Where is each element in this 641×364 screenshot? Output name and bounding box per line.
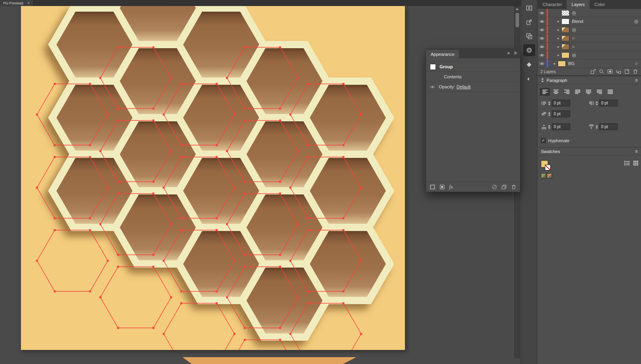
add-fill-icon[interactable]: [440, 184, 445, 190]
appearance-panel-icon[interactable]: ◆: [523, 58, 535, 70]
spin-down-icon[interactable]: [548, 115, 551, 116]
layer-row[interactable]: ▸BG○: [538, 59, 641, 68]
justify-last-center-button[interactable]: [583, 88, 593, 96]
spin-up-icon[interactable]: [548, 112, 551, 114]
target-circle-icon[interactable]: ○: [572, 44, 575, 49]
panel-overflow-icon[interactable]: »: [507, 50, 510, 56]
disclosure-triangle-icon[interactable]: ▸: [555, 45, 561, 49]
swatch-pattern[interactable]: [547, 173, 552, 178]
visibility-toggle-icon[interactable]: [538, 17, 546, 25]
spin-down-icon[interactable]: [596, 104, 598, 105]
scrollbar-thumb[interactable]: [516, 13, 519, 27]
layer-row[interactable]: ▸○: [538, 43, 641, 51]
spin-up-icon[interactable]: [548, 125, 551, 127]
spin-up-icon[interactable]: [596, 101, 598, 103]
layer-name[interactable]: ◎: [572, 10, 639, 16]
dock-tab-character[interactable]: Character: [538, 0, 567, 9]
swatch-list-view-icon[interactable]: [624, 161, 630, 166]
disclosure-triangle-icon[interactable]: ▸: [555, 28, 561, 32]
layer-row[interactable]: ▸○: [538, 34, 641, 43]
target-circle-icon[interactable]: ◎: [633, 18, 639, 24]
spin-down-icon[interactable]: [548, 104, 551, 105]
layer-thumbnail[interactable]: [558, 61, 566, 67]
visibility-toggle-icon[interactable]: [538, 43, 546, 51]
layer-thumbnail[interactable]: [561, 52, 569, 58]
hyphenate-checkbox[interactable]: ✓: [541, 138, 546, 143]
visibility-toggle-icon[interactable]: [538, 51, 546, 59]
target-circle-icon[interactable]: ◎: [572, 27, 576, 33]
align-right-button[interactable]: [562, 88, 571, 96]
clear-appearance-icon[interactable]: [492, 184, 497, 190]
duplicate-item-icon[interactable]: [501, 184, 507, 190]
spin-up-icon[interactable]: [548, 101, 551, 103]
right-indent-input[interactable]: [599, 100, 618, 106]
justify-last-right-button[interactable]: [594, 88, 604, 96]
swatches-panel-header[interactable]: Swatches ≡: [538, 147, 641, 155]
layer-name[interactable]: ○: [572, 35, 639, 41]
space-after-input[interactable]: [599, 123, 618, 130]
appearance-tab[interactable]: Appearance: [426, 50, 459, 58]
left-indent-input[interactable]: [552, 100, 570, 106]
add-stroke-icon[interactable]: [430, 184, 435, 190]
visibility-toggle-icon[interactable]: [538, 9, 546, 17]
opacity-value-link[interactable]: Default: [456, 84, 470, 89]
appearance-row-group[interactable]: Group: [426, 62, 520, 72]
eye-icon[interactable]: [430, 85, 439, 89]
panel-menu-icon[interactable]: ≡: [635, 149, 638, 154]
locate-object-icon[interactable]: [599, 69, 604, 74]
scroll-up-arrow[interactable]: [515, 6, 520, 12]
artboard[interactable]: [21, 6, 405, 350]
align-center-button[interactable]: [551, 88, 561, 96]
collect-export-icon[interactable]: [590, 69, 596, 74]
layer-name[interactable]: BG: [568, 61, 633, 66]
transparency-panel-icon[interactable]: ◐: [523, 72, 535, 84]
tab-close-icon[interactable]: ×: [27, 1, 30, 5]
document-tab[interactable]: PU Preview) ×: [0, 0, 33, 6]
appearance-row-contents[interactable]: Contents: [426, 72, 520, 82]
visibility-toggle-icon[interactable]: [538, 59, 546, 67]
layer-thumbnail[interactable]: [561, 18, 569, 25]
layer-name[interactable]: Blend: [572, 19, 633, 24]
space-before-input[interactable]: [552, 123, 570, 130]
disclosure-triangle-icon[interactable]: ▸: [555, 53, 561, 57]
disclosure-triangle-icon[interactable]: ▸: [555, 36, 561, 40]
spin-up-icon[interactable]: [596, 125, 598, 127]
appearance-row-opacity[interactable]: Opacity: Default: [426, 82, 520, 92]
swatch-pattern[interactable]: [541, 173, 546, 178]
layer-row[interactable]: ▸◎: [538, 51, 641, 59]
layer-row[interactable]: ▸Blend◎: [538, 17, 641, 26]
dock-tab-color[interactable]: Color: [590, 0, 610, 9]
justify-last-left-button[interactable]: [573, 88, 582, 96]
dock-tab-layers[interactable]: Layers: [567, 0, 590, 9]
panel-menu-icon[interactable]: ≡: [635, 78, 638, 83]
target-circle-icon[interactable]: ◎: [572, 10, 576, 16]
first-line-indent-input[interactable]: [552, 110, 570, 117]
layer-row[interactable]: ▸◎: [538, 26, 641, 34]
target-circle-icon[interactable]: ○: [572, 35, 575, 41]
swatch-grid-view-icon[interactable]: [633, 161, 638, 166]
new-layer-icon[interactable]: [624, 69, 630, 74]
layer-name[interactable]: ◎: [572, 52, 639, 58]
appearance-panel-header[interactable]: Appearance » ≡: [426, 49, 520, 58]
layer-thumbnail[interactable]: [561, 10, 569, 16]
artboards-panel-icon[interactable]: [523, 30, 535, 42]
artwork-canvas[interactable]: [21, 6, 405, 350]
export-panel-icon[interactable]: [523, 16, 535, 28]
disclosure-triangle-icon[interactable]: ▸: [555, 19, 561, 23]
layer-row[interactable]: ◎: [538, 9, 641, 17]
layer-name[interactable]: ○: [572, 44, 639, 49]
spin-down-icon[interactable]: [548, 127, 551, 129]
effects-fx-icon[interactable]: fx.: [449, 184, 454, 190]
gradient-panel-icon[interactable]: [523, 44, 535, 56]
layer-thumbnail[interactable]: [561, 27, 569, 33]
layer-name[interactable]: ◎: [572, 27, 639, 33]
paragraph-panel-header[interactable]: Paragraph ≡: [538, 76, 641, 84]
spin-down-icon[interactable]: [596, 127, 598, 129]
columns-panel-icon[interactable]: [523, 2, 535, 14]
clipping-mask-icon[interactable]: [607, 69, 613, 74]
target-circle-icon[interactable]: ◎: [572, 52, 576, 58]
visibility-toggle-icon[interactable]: [538, 34, 546, 42]
disclosure-triangle-icon[interactable]: ▸: [552, 61, 558, 65]
delete-layer-icon[interactable]: [633, 69, 638, 74]
panel-menu-icon[interactable]: ≡: [514, 50, 517, 56]
